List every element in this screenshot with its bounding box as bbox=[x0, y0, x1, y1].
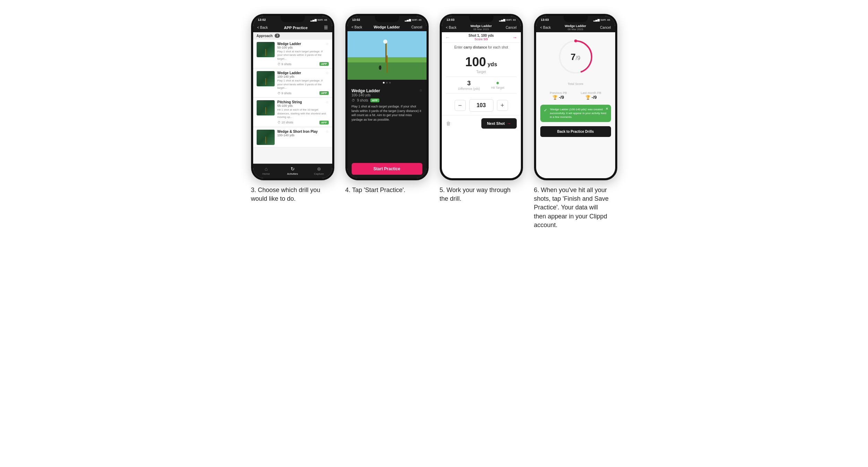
nav-bar-1: < Back APP Practice ☰ bbox=[253, 23, 332, 32]
caption-4: 6. When you've hit all your shots, tap '… bbox=[534, 186, 610, 230]
drill-name-1: Wedge Ladder bbox=[277, 71, 301, 75]
prev-pb-value: -/9 bbox=[559, 95, 564, 100]
status-icons-1: ▂▄▆ WiFi 46 bbox=[310, 18, 327, 21]
drill-desc-2: Hit 1 shot at each of the 10 target dist… bbox=[277, 108, 329, 119]
minus-btn[interactable]: − bbox=[455, 100, 466, 111]
carry-instruction: Enter carry distance for each shot bbox=[442, 43, 521, 52]
tab-activities[interactable]: ↻ Activities bbox=[280, 166, 306, 175]
score-circle-container: 7/9 Total Score bbox=[536, 32, 615, 88]
practice-desc: Play 1 shot at each target yardage. If y… bbox=[352, 104, 422, 122]
practice-name-section: Wedge Ladder 100-140 yds bbox=[352, 88, 380, 97]
target-distance: 100 yds Target bbox=[442, 52, 521, 75]
prev-pb-label: Previous PB bbox=[550, 91, 567, 95]
signal-icon-4: ▂▄▆ bbox=[593, 18, 600, 21]
success-close-btn[interactable]: ✕ bbox=[605, 107, 608, 111]
tab-home[interactable]: ⌂ Home bbox=[253, 166, 280, 175]
time-2: 13:02 bbox=[352, 18, 360, 21]
back-practice-btn[interactable]: Back to Practice Drills bbox=[540, 126, 611, 137]
battery-icon-2: 46 bbox=[419, 18, 422, 21]
status-icons-3: ▂▄▆ WiFi 46 bbox=[499, 18, 516, 21]
drill-footer-2: ⏱ 10 shots APP bbox=[277, 121, 329, 124]
section-text-1: Approach bbox=[257, 34, 273, 38]
trophy-icon-prev: 🏆 bbox=[552, 95, 558, 100]
shot-nav-right[interactable]: → bbox=[513, 35, 517, 40]
practice-drill-name: Wedge Ladder bbox=[352, 88, 380, 93]
drill-yds-0: 50-100 yds bbox=[277, 46, 301, 49]
tab-capture[interactable]: ⊕ Capture bbox=[306, 166, 332, 175]
start-practice-btn[interactable]: Start Practice bbox=[352, 163, 422, 175]
star-icon-1[interactable]: ☆ bbox=[326, 71, 329, 78]
drill-yds-1: 100-140 yds bbox=[277, 75, 301, 78]
star-icon-2[interactable]: ☆ bbox=[326, 100, 329, 107]
battery-icon-3: 46 bbox=[513, 18, 516, 21]
star-icon-3[interactable]: ☆ bbox=[326, 130, 329, 137]
drill-info-2: Pitching String 55-100 yds ☆ Hit 1 shot … bbox=[277, 100, 329, 124]
phone-inner-1: 13:02 ▂▄▆ WiFi 46 < Back APP Practice ☰ … bbox=[253, 16, 332, 178]
section-label-1: Approach 7 bbox=[253, 32, 332, 39]
plus-btn[interactable]: + bbox=[497, 100, 508, 111]
dot-3 bbox=[389, 82, 391, 84]
hit-target-label: Hit Target bbox=[491, 86, 504, 89]
drill-footer-0: ⏱ 9 shots APP bbox=[277, 62, 329, 66]
cancel-btn-4[interactable]: Cancel bbox=[600, 26, 611, 29]
practice-card-header: Wedge Ladder 100-140 yds ☆ bbox=[352, 88, 422, 97]
drill-item-0[interactable]: Wedge Ladder 50-100 yds ☆ Play 1 shot at… bbox=[253, 40, 332, 68]
shot-nav-left[interactable]: ← bbox=[445, 35, 450, 40]
battery-icon-4: 46 bbox=[607, 18, 610, 21]
nav-bar-4: < Back Wedge Ladder 06 Mar 2023 Cancel bbox=[536, 23, 615, 32]
dot-2 bbox=[386, 82, 388, 84]
time-1: 13:02 bbox=[258, 18, 266, 21]
drill-shots-0: ⏱ 9 shots bbox=[277, 62, 292, 66]
drill-info-1: Wedge Ladder 100-140 yds ☆ Play 1 shot a… bbox=[277, 71, 329, 95]
phone-inner-2: 13:02 ▂▄▆ WiFi 46 < Back Wedge Ladder Ca… bbox=[347, 16, 427, 178]
menu-btn-1[interactable]: ☰ bbox=[324, 25, 328, 30]
section-badge-1: 7 bbox=[275, 34, 280, 38]
back-btn-4[interactable]: < Back bbox=[540, 26, 551, 29]
prev-pb-item: Previous PB 🏆 -/9 bbox=[550, 91, 567, 100]
phone-col-4: 13:03 ▂▄▆ WiFi 46 < Back Wedge Ladder 06… bbox=[534, 14, 617, 230]
last-month-val: 🏆 -/9 bbox=[581, 95, 601, 100]
drill-name-3: Wedge & Short Iron Play bbox=[277, 130, 318, 133]
back-btn-1[interactable]: < Back bbox=[257, 26, 268, 29]
drill-item-2[interactable]: Pitching String 55-100 yds ☆ Hit 1 shot … bbox=[253, 98, 332, 127]
drill-item-1[interactable]: Wedge Ladder 100-140 yds ☆ Play 1 shot a… bbox=[253, 69, 332, 97]
dot-active bbox=[383, 82, 385, 84]
cancel-btn-2[interactable]: Cancel bbox=[411, 25, 422, 29]
phone-col-3: 13:03 ▂▄▆ WiFi 46 < Back Wedge Ladder 06… bbox=[440, 14, 523, 203]
tab-capture-label: Capture bbox=[314, 172, 324, 175]
app-badge-1: APP bbox=[319, 91, 328, 95]
distance-input[interactable] bbox=[469, 99, 493, 112]
drill-yds-2: 55-100 yds bbox=[277, 104, 302, 107]
phone-frame-4: 13:03 ▂▄▆ WiFi 46 < Back Wedge Ladder 06… bbox=[534, 14, 617, 180]
delete-icon[interactable]: 🗑 bbox=[446, 121, 451, 126]
status-icons-4: ▂▄▆ WiFi 46 bbox=[593, 18, 610, 21]
star-icon-p2[interactable]: ☆ bbox=[419, 88, 422, 92]
trophy-icon-last: 🏆 bbox=[585, 95, 591, 100]
phone4-content: 7/9 Total Score Previous PB 🏆 -/9 bbox=[536, 32, 615, 178]
next-shot-btn[interactable]: Next Shot → bbox=[481, 118, 516, 129]
nav-title4-line2: 06 Mar 2023 bbox=[565, 28, 586, 31]
star-icon-0[interactable]: ☆ bbox=[326, 42, 329, 49]
carry-bold: carry distance bbox=[464, 45, 487, 49]
drill-yds-3: 100-140 yds bbox=[277, 133, 318, 137]
shot-label: Shot 1, 100 yds bbox=[469, 34, 494, 37]
drill-desc-1: Play 1 shot at each target yardage. If y… bbox=[277, 79, 329, 90]
svg-rect-6 bbox=[379, 66, 381, 70]
nav-title-2: Wedge Ladder bbox=[365, 25, 409, 29]
nav-title3-line2: 06 Mar 2023 bbox=[470, 28, 492, 31]
notch-4 bbox=[564, 16, 588, 22]
practice-drill-yds: 100-140 yds bbox=[352, 93, 380, 97]
last-month-value: -/9 bbox=[592, 95, 597, 100]
diff-value: 3 bbox=[458, 80, 480, 87]
status-icons-2: ▂▄▆ WiFi 46 bbox=[405, 18, 422, 21]
signal-icon-2: ▂▄▆ bbox=[405, 18, 411, 21]
back-btn-3[interactable]: < Back bbox=[446, 26, 457, 29]
app-badge-2: APP bbox=[319, 121, 328, 124]
tab-home-label: Home bbox=[263, 172, 270, 175]
nav-bar-2: < Back Wedge Ladder Cancel bbox=[347, 23, 427, 31]
drill-item-3[interactable]: Wedge & Short Iron Play 100-140 yds ☆ bbox=[253, 128, 332, 147]
cancel-btn-3[interactable]: Cancel bbox=[506, 26, 516, 29]
svg-rect-2 bbox=[347, 57, 427, 62]
back-btn-2[interactable]: < Back bbox=[352, 25, 362, 29]
success-text: 'Wedge Ladder (100-140 yds)' was created… bbox=[550, 107, 608, 119]
